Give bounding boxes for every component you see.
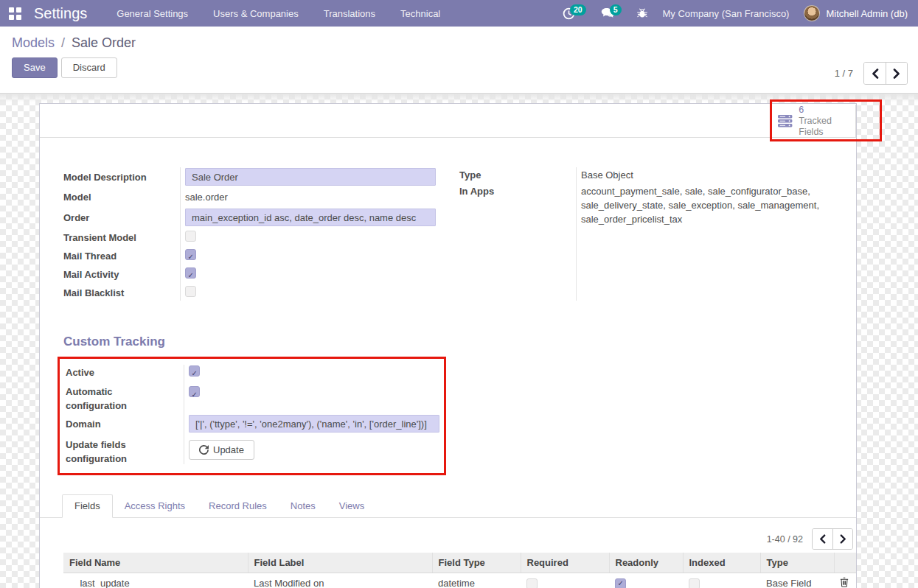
field-label-order: Order bbox=[63, 211, 180, 225]
fields-list-prev-button[interactable] bbox=[813, 529, 832, 549]
left-field-group: Model Description Model sale.order Order… bbox=[63, 166, 447, 302]
discard-button[interactable]: Discard bbox=[61, 57, 117, 78]
header-field-name[interactable]: Field Name bbox=[63, 553, 248, 573]
field-label-update-fields-configuration: Update fields configuration bbox=[66, 438, 184, 466]
header-field-label[interactable]: Field Label bbox=[248, 553, 432, 573]
form-fields-area: Model Description Model sale.order Order… bbox=[40, 138, 856, 302]
menu-translations[interactable]: Translations bbox=[324, 8, 375, 19]
header-readonly[interactable]: Readonly bbox=[609, 553, 683, 573]
field-label-transient-model: Transient Model bbox=[63, 231, 180, 245]
record-next-button[interactable] bbox=[886, 63, 907, 84]
automatic-configuration-checkbox[interactable] bbox=[189, 386, 200, 397]
order-input[interactable] bbox=[185, 209, 436, 226]
field-label-model: Model bbox=[63, 190, 180, 204]
menu-general-settings[interactable]: General Settings bbox=[117, 8, 188, 19]
form-sheet: 6 Tracked Fields Model Description Model bbox=[39, 103, 857, 588]
custom-tracking-title: Custom Tracking bbox=[63, 335, 856, 349]
avatar bbox=[804, 5, 820, 21]
chevron-right-icon bbox=[893, 69, 900, 79]
activities-button[interactable]: 20 bbox=[563, 7, 586, 20]
menu-users-companies[interactable]: Users & Companies bbox=[213, 8, 299, 19]
required-checkbox[interactable] bbox=[526, 578, 538, 588]
tab-views[interactable]: Views bbox=[327, 495, 376, 517]
settings-model-form-page: Settings General Settings Users & Compan… bbox=[0, 0, 918, 588]
refresh-icon bbox=[199, 445, 209, 455]
apps-grid-icon bbox=[9, 7, 21, 20]
group-separator-line bbox=[576, 167, 577, 301]
field-label-mail-activity: Mail Activity bbox=[63, 267, 180, 281]
record-prev-button[interactable] bbox=[864, 63, 886, 84]
mail-blacklist-checkbox[interactable] bbox=[185, 286, 196, 297]
messages-button[interactable]: 5 bbox=[601, 7, 622, 19]
chevron-right-icon bbox=[840, 534, 846, 544]
menu-technical[interactable]: Technical bbox=[400, 8, 440, 19]
fields-table: Field Name Field Label Field Type Requir… bbox=[63, 553, 856, 588]
header-actions bbox=[834, 553, 856, 573]
header-required[interactable]: Required bbox=[521, 553, 609, 573]
bug-icon bbox=[636, 7, 648, 19]
tracked-fields-icon bbox=[778, 113, 793, 129]
breadcrumb-models-link[interactable]: Models bbox=[12, 35, 55, 50]
activities-count-badge: 20 bbox=[570, 4, 586, 15]
chevron-left-icon bbox=[872, 69, 879, 79]
trash-icon bbox=[840, 577, 849, 587]
navbar-systray: 20 5 My Company (San Francisco) Mitchell… bbox=[563, 5, 918, 21]
field-label-domain: Domain bbox=[66, 417, 184, 431]
field-label-automatic-configuration: Automatic configuration bbox=[66, 385, 184, 413]
field-label-in-apps: In Apps bbox=[459, 184, 576, 198]
update-button[interactable]: Update bbox=[189, 440, 254, 460]
navbar-menus: General Settings Users & Companies Trans… bbox=[117, 8, 440, 19]
record-pager: 1 / 7 bbox=[835, 62, 908, 85]
app-title[interactable]: Settings bbox=[34, 5, 87, 22]
field-label-model-description: Model Description bbox=[63, 170, 180, 184]
fields-list-pager: 1-40 / 92 bbox=[40, 528, 853, 550]
fields-table-header-row: Field Name Field Label Field Type Requir… bbox=[63, 553, 856, 573]
delete-row-button[interactable] bbox=[840, 577, 849, 587]
type-value: Base Object bbox=[576, 168, 832, 182]
transient-model-checkbox[interactable] bbox=[185, 231, 196, 242]
user-menu[interactable]: Mitchell Admin (db) bbox=[804, 5, 908, 21]
mail-thread-checkbox[interactable] bbox=[185, 249, 196, 260]
in-apps-value: account_payment_sale, sale, sale_configu… bbox=[576, 184, 832, 226]
mail-activity-checkbox[interactable] bbox=[185, 267, 196, 279]
update-button-label: Update bbox=[213, 444, 244, 455]
table-row-last-update[interactable]: __last_update Last Modified on datetime … bbox=[63, 573, 856, 588]
right-field-group: Type Base Object In Apps account_payment… bbox=[459, 166, 832, 302]
cell-field-type[interactable]: datetime bbox=[432, 573, 521, 588]
button-box: 6 Tracked Fields bbox=[40, 104, 856, 138]
tracked-fields-button[interactable]: 6 Tracked Fields bbox=[771, 105, 856, 138]
save-button[interactable]: Save bbox=[12, 57, 58, 78]
breadcrumb: Models / Sale Order bbox=[12, 35, 906, 51]
model-value: sale.order bbox=[180, 190, 447, 204]
readonly-checkbox[interactable] bbox=[615, 578, 626, 588]
cell-field-name[interactable]: __last_update bbox=[63, 573, 248, 588]
debug-button[interactable] bbox=[636, 7, 648, 19]
active-checkbox[interactable] bbox=[189, 365, 200, 377]
tracked-fields-label: Tracked Fields bbox=[799, 116, 849, 138]
record-pager-value: 1 / 7 bbox=[835, 68, 853, 79]
domain-input[interactable] bbox=[189, 415, 439, 433]
group-separator-line bbox=[184, 365, 184, 464]
annotation-box-custom-tracking: Active Automatic configuration Domain bbox=[58, 357, 446, 475]
header-field-type[interactable]: Field Type bbox=[432, 553, 521, 573]
custom-tracking-section: Active Automatic configuration Domain bbox=[58, 357, 446, 475]
header-type[interactable]: Type bbox=[760, 553, 834, 573]
tab-record-rules[interactable]: Record Rules bbox=[197, 495, 279, 517]
company-switcher[interactable]: My Company (San Francisco) bbox=[663, 8, 790, 19]
form-view-content: 6 Tracked Fields Model Description Model bbox=[0, 94, 918, 588]
tab-notes[interactable]: Notes bbox=[279, 495, 327, 517]
cell-type[interactable]: Base Field bbox=[760, 573, 834, 588]
header-indexed[interactable]: Indexed bbox=[683, 553, 760, 573]
field-label-active: Active bbox=[66, 365, 184, 379]
fields-list-next-button[interactable] bbox=[832, 529, 852, 549]
cell-field-label[interactable]: Last Modified on bbox=[248, 573, 432, 588]
apps-menu-button[interactable] bbox=[0, 0, 29, 27]
field-label-type: Type bbox=[459, 168, 576, 182]
model-description-input[interactable] bbox=[185, 168, 436, 186]
tracked-fields-count: 6 bbox=[799, 105, 849, 116]
tab-fields[interactable]: Fields bbox=[62, 494, 113, 518]
indexed-checkbox[interactable] bbox=[689, 578, 700, 588]
chevron-left-icon bbox=[819, 534, 826, 544]
notebook-tabs: Fields Access Rights Record Rules Notes … bbox=[40, 494, 856, 518]
tab-access-rights[interactable]: Access Rights bbox=[113, 495, 197, 517]
